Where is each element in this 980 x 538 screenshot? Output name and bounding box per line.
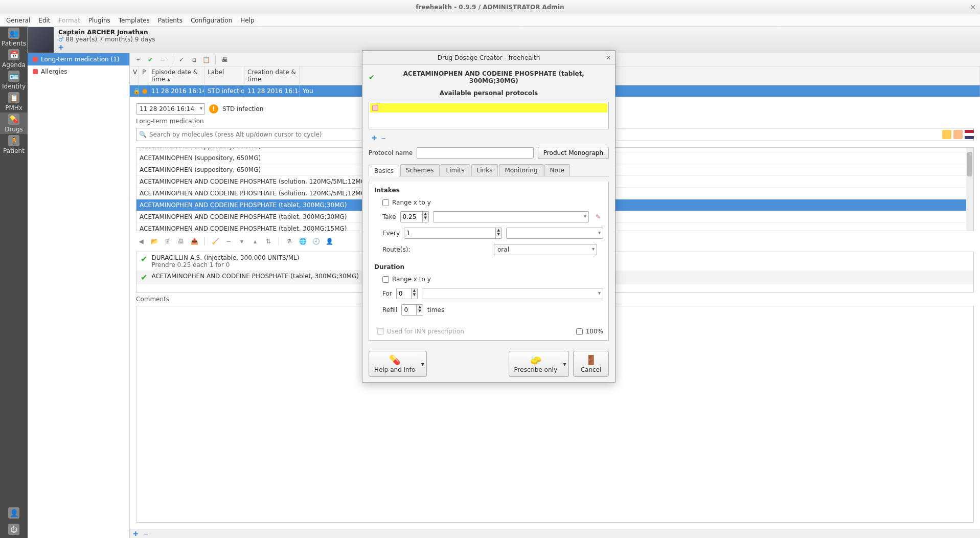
- globe-icon[interactable]: 🌐: [298, 236, 308, 246]
- export-icon[interactable]: 📤: [189, 236, 199, 246]
- take-up-icon[interactable]: ▲: [423, 212, 428, 216]
- clock-icon[interactable]: 🕘: [311, 236, 321, 246]
- dock-user-icon[interactable]: 👤: [0, 505, 28, 522]
- add-episode-icon[interactable]: ＋: [133, 55, 143, 65]
- hundred-checkbox[interactable]: 100%: [576, 328, 603, 335]
- move-up-icon[interactable]: ▴: [250, 236, 260, 246]
- warning-icon: !: [209, 104, 218, 114]
- intakes-range-checkbox-input[interactable]: [382, 199, 389, 206]
- back-icon[interactable]: ◀: [136, 236, 146, 246]
- take-unit-combo[interactable]: [433, 211, 589, 222]
- dock-patient[interactable]: 🧍Patient: [0, 134, 28, 155]
- intakes-range-checkbox[interactable]: Range x to y: [374, 199, 603, 206]
- menu-templates[interactable]: Templates: [115, 15, 154, 26]
- episode-date-selector[interactable]: 11 28 2016 16:14: [136, 103, 205, 115]
- for-up-icon[interactable]: ▲: [412, 288, 417, 293]
- refill-down-icon[interactable]: ▼: [417, 309, 422, 313]
- nav-long-term-medication[interactable]: Long-term medication (1): [28, 53, 129, 65]
- every-unit-combo[interactable]: [506, 228, 603, 239]
- protocol-add-icon[interactable]: ✚: [372, 134, 377, 142]
- tab-note[interactable]: Note: [544, 164, 570, 176]
- dock-patients[interactable]: 👥Patients: [0, 27, 28, 48]
- help-dropdown-icon[interactable]: ▾: [419, 351, 427, 377]
- every-down-icon[interactable]: ▼: [496, 232, 502, 236]
- flag-us-icon[interactable]: [965, 130, 974, 139]
- interaction-icon[interactable]: ⚗: [284, 236, 294, 246]
- take-down-icon[interactable]: ▼: [423, 216, 428, 220]
- tab-links[interactable]: Links: [471, 164, 498, 176]
- sort-icon[interactable]: ⇅: [263, 236, 274, 246]
- menu-patients[interactable]: Patients: [154, 15, 187, 26]
- for-unit-combo[interactable]: [422, 288, 603, 299]
- refill-input[interactable]: [402, 305, 416, 315]
- col-p[interactable]: P: [139, 66, 148, 85]
- drugs-icon: 💊: [8, 114, 19, 125]
- menu-configuration[interactable]: Configuration: [187, 15, 236, 26]
- dock-pmhx[interactable]: 📋PMHx: [0, 91, 28, 113]
- every-spin[interactable]: ▲▼: [404, 228, 502, 239]
- cancel-button[interactable]: 🚪 Cancel: [573, 351, 609, 377]
- dock-power-icon[interactable]: ⏻: [0, 522, 28, 538]
- prescribe-dropdown-icon[interactable]: ▾: [561, 351, 569, 377]
- product-monograph-button[interactable]: Product Monograph: [538, 147, 609, 159]
- paste-icon[interactable]: 📋: [201, 55, 211, 65]
- pencil-icon[interactable]: [953, 130, 963, 139]
- save-template-icon[interactable]: 🗎: [163, 236, 173, 246]
- take-input[interactable]: [401, 212, 422, 222]
- menu-general[interactable]: General: [2, 15, 34, 26]
- prescribe-only-button[interactable]: 🧽 Prescribe only: [509, 351, 563, 377]
- open-icon[interactable]: 📂: [149, 236, 159, 246]
- tab-schemes[interactable]: Schemes: [400, 164, 440, 176]
- scrollbar-thumb[interactable]: [967, 152, 972, 176]
- col-episode-date[interactable]: Episode date & time ▴: [148, 66, 204, 85]
- edit-tool-icon[interactable]: [942, 130, 951, 139]
- for-spin[interactable]: ▲▼: [396, 288, 418, 299]
- bottom-remove-icon[interactable]: −: [143, 530, 148, 537]
- patient-add-icon[interactable]: ✚: [58, 44, 155, 51]
- tab-monitoring[interactable]: Monitoring: [499, 164, 543, 176]
- for-down-icon[interactable]: ▼: [412, 293, 417, 297]
- protocol-item-selected[interactable]: [370, 103, 607, 113]
- take-edit-icon[interactable]: ✎: [593, 212, 603, 222]
- duration-range-checkbox[interactable]: Range x to y: [374, 276, 603, 283]
- dialog-close-icon[interactable]: ✕: [606, 54, 611, 61]
- every-input[interactable]: [404, 228, 495, 238]
- clear-icon[interactable]: 🧹: [210, 236, 220, 246]
- for-input[interactable]: [397, 288, 411, 299]
- print-icon[interactable]: 🖶: [220, 55, 230, 65]
- take-spin[interactable]: ▲▼: [400, 211, 429, 222]
- dock-identity[interactable]: 🪪Identity: [0, 70, 28, 91]
- dock-drugs[interactable]: 💊Drugs: [0, 113, 28, 134]
- refill-up-icon[interactable]: ▲: [417, 305, 422, 309]
- tab-limits[interactable]: Limits: [441, 164, 470, 176]
- move-down-icon[interactable]: ▾: [237, 236, 247, 246]
- col-creation-date[interactable]: Creation date & time: [244, 66, 300, 85]
- remove-episode-icon[interactable]: −: [157, 55, 168, 65]
- protocol-list[interactable]: [369, 102, 609, 129]
- protocol-remove-icon[interactable]: −: [381, 134, 386, 142]
- hundred-checkbox-input[interactable]: [576, 328, 583, 335]
- refill-spin[interactable]: ▲▼: [401, 304, 423, 316]
- nav-allergies[interactable]: Allergies: [28, 65, 129, 78]
- menu-edit[interactable]: Edit: [34, 15, 54, 26]
- tab-basics[interactable]: Basics: [369, 165, 399, 176]
- every-up-icon[interactable]: ▲: [496, 228, 502, 232]
- routes-combo[interactable]: oral: [494, 244, 597, 255]
- print-rx-icon[interactable]: 🖶: [176, 236, 186, 246]
- menu-plugins[interactable]: Plugins: [84, 15, 115, 26]
- validate-episode-icon[interactable]: ✔: [145, 55, 155, 65]
- check-icon[interactable]: ✓: [176, 55, 187, 65]
- col-label[interactable]: Label: [204, 66, 244, 85]
- copy-icon[interactable]: ⧉: [189, 55, 199, 65]
- remove-line-icon[interactable]: −: [223, 236, 234, 246]
- window-close-icon[interactable]: ✕: [970, 3, 976, 11]
- scrollbar[interactable]: [966, 148, 973, 231]
- duration-range-checkbox-input[interactable]: [382, 276, 389, 283]
- dock-agenda[interactable]: 📅Agenda: [0, 48, 28, 70]
- help-and-info-button[interactable]: 💊 Help and Info: [369, 351, 421, 377]
- col-v[interactable]: V: [130, 66, 139, 85]
- protocol-name-input[interactable]: [417, 147, 534, 159]
- bottom-add-icon[interactable]: ✚: [133, 530, 138, 537]
- patient-tool-icon[interactable]: 👤: [324, 236, 334, 246]
- menu-help[interactable]: Help: [236, 15, 258, 26]
